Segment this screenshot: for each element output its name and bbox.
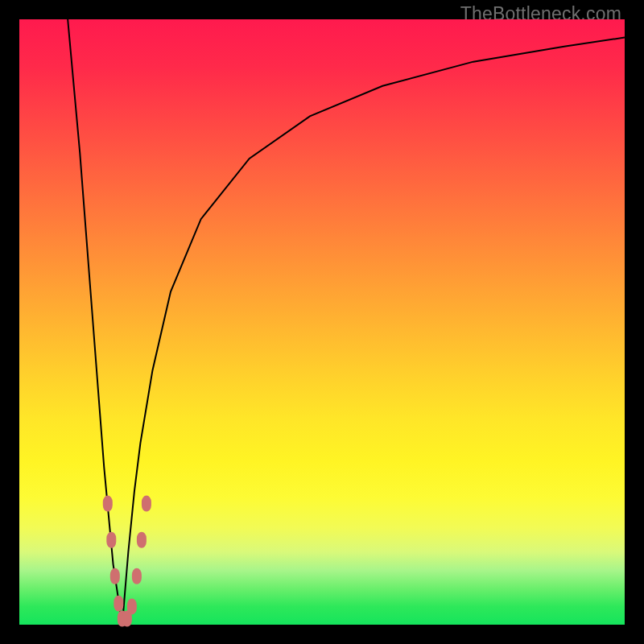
plot-area [19,19,625,625]
data-marker [137,532,147,548]
data-marker [127,598,137,614]
data-marker [132,568,142,584]
data-marker [103,496,113,512]
data-marker [110,568,120,584]
data-marker [142,496,151,512]
chart-frame: TheBottleneck.com [0,0,644,644]
data-marker [106,532,116,548]
curve-right-ascent [122,38,625,625]
curve-layer [19,19,625,625]
data-marker [114,596,123,612]
